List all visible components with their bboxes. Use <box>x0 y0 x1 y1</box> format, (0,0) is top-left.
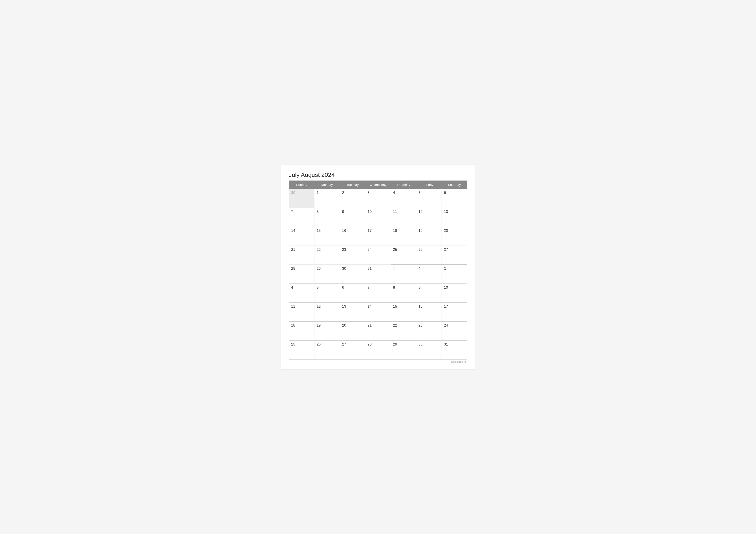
calendar-cell: 5 <box>314 284 340 303</box>
calendar-cell: 21 <box>365 321 391 341</box>
calendar-cell: 14 <box>365 303 391 321</box>
calendar-cell: 28 <box>365 341 391 360</box>
calendar-cell: 24 <box>365 246 391 265</box>
calendar-cell: 27 <box>340 341 365 360</box>
calendar-cell: 2 <box>416 265 442 284</box>
header-cell-wednesday: Wednesday <box>365 181 391 189</box>
calendar-cell: 26 <box>314 341 340 360</box>
calendar-cell: 3 <box>442 265 467 284</box>
calendar-title: July August 2024 <box>289 171 467 178</box>
calendar-header: SundayMondayTuesdayWednesdayThursdayFrid… <box>289 181 467 189</box>
calendar-row: 30123456 <box>289 189 467 208</box>
calendar-cell: 15 <box>314 227 340 246</box>
calendar-row: 25262728293031 <box>289 341 467 360</box>
calendar-cell: 7 <box>365 284 391 303</box>
calendar-cell: 19 <box>416 227 442 246</box>
calendar-row: 18192021222324 <box>289 321 467 341</box>
calendar-cell: 26 <box>416 246 442 265</box>
header-row: SundayMondayTuesdayWednesdayThursdayFrid… <box>289 181 467 189</box>
calendar-cell: 30 <box>289 189 314 208</box>
calendar-cell: 31 <box>442 341 467 360</box>
watermark: iCalendars.net <box>289 360 467 363</box>
calendar-cell: 13 <box>442 208 467 227</box>
calendar-cell: 3 <box>365 189 391 208</box>
calendar-cell: 6 <box>442 189 467 208</box>
calendar-table: SundayMondayTuesdayWednesdayThursdayFrid… <box>289 181 467 360</box>
calendar-cell: 20 <box>442 227 467 246</box>
calendar-body: 3012345678910111213141516171819202122232… <box>289 189 467 360</box>
calendar-cell: 29 <box>314 265 340 284</box>
calendar-cell: 18 <box>289 321 314 341</box>
calendar-cell: 14 <box>289 227 314 246</box>
calendar-cell: 1 <box>314 189 340 208</box>
calendar-cell: 27 <box>442 246 467 265</box>
header-cell-friday: Friday <box>416 181 442 189</box>
header-cell-sunday: Sunday <box>289 181 314 189</box>
calendar-cell: 8 <box>314 208 340 227</box>
calendar-cell: 10 <box>442 284 467 303</box>
calendar-cell: 17 <box>365 227 391 246</box>
calendar-cell: 9 <box>416 284 442 303</box>
calendar-cell: 20 <box>340 321 365 341</box>
calendar-container: July August 2024 SundayMondayTuesdayWedn… <box>281 165 475 369</box>
calendar-cell: 11 <box>289 303 314 321</box>
calendar-cell: 22 <box>314 246 340 265</box>
calendar-cell: 25 <box>391 246 416 265</box>
calendar-cell: 5 <box>416 189 442 208</box>
calendar-cell: 18 <box>391 227 416 246</box>
calendar-cell: 22 <box>391 321 416 341</box>
header-cell-tuesday: Tuesday <box>340 181 365 189</box>
calendar-cell: 9 <box>340 208 365 227</box>
calendar-cell: 31 <box>365 265 391 284</box>
calendar-cell: 10 <box>365 208 391 227</box>
calendar-cell: 24 <box>442 321 467 341</box>
calendar-cell: 6 <box>340 284 365 303</box>
calendar-cell: 12 <box>314 303 340 321</box>
calendar-cell: 4 <box>391 189 416 208</box>
calendar-cell: 17 <box>442 303 467 321</box>
calendar-row: 78910111213 <box>289 208 467 227</box>
calendar-cell: 8 <box>391 284 416 303</box>
calendar-row: 14151617181920 <box>289 227 467 246</box>
calendar-cell: 4 <box>289 284 314 303</box>
calendar-row: 45678910 <box>289 284 467 303</box>
calendar-cell: 23 <box>416 321 442 341</box>
calendar-cell: 16 <box>416 303 442 321</box>
calendar-cell: 29 <box>391 341 416 360</box>
calendar-row: 28293031123 <box>289 265 467 284</box>
calendar-cell: 13 <box>340 303 365 321</box>
calendar-cell: 28 <box>289 265 314 284</box>
calendar-cell: 30 <box>340 265 365 284</box>
calendar-cell: 12 <box>416 208 442 227</box>
header-cell-thursday: Thursday <box>391 181 416 189</box>
calendar-row: 21222324252627 <box>289 246 467 265</box>
calendar-cell: 15 <box>391 303 416 321</box>
calendar-row: 11121314151617 <box>289 303 467 321</box>
calendar-cell: 23 <box>340 246 365 265</box>
calendar-cell: 7 <box>289 208 314 227</box>
calendar-cell: 2 <box>340 189 365 208</box>
calendar-cell: 25 <box>289 341 314 360</box>
calendar-cell: 21 <box>289 246 314 265</box>
calendar-cell: 16 <box>340 227 365 246</box>
header-cell-monday: Monday <box>314 181 340 189</box>
calendar-cell: 11 <box>391 208 416 227</box>
calendar-cell: 1 <box>391 265 416 284</box>
calendar-cell: 30 <box>416 341 442 360</box>
header-cell-saturday: Saturday <box>442 181 467 189</box>
calendar-cell: 19 <box>314 321 340 341</box>
